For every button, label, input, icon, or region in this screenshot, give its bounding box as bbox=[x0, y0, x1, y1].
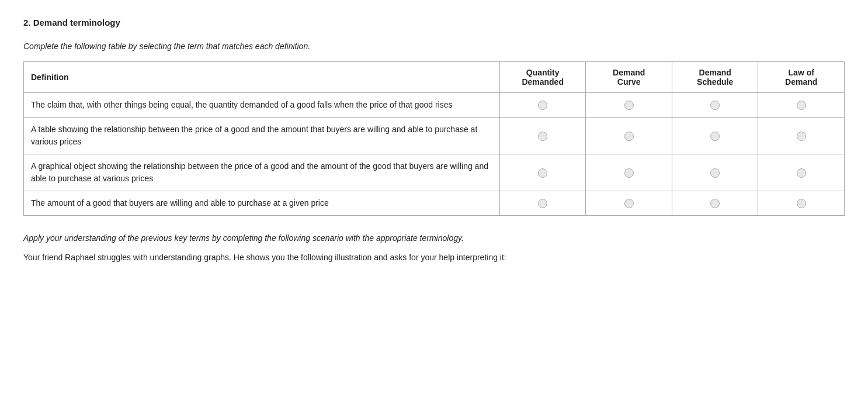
radio-button-row1-col3[interactable] bbox=[710, 101, 720, 110]
law-of-demand-header: Law of Demand bbox=[758, 62, 845, 93]
definition-cell-2: A table showing the relationship between… bbox=[24, 118, 500, 154]
radio-button-row3-col3[interactable] bbox=[710, 168, 720, 178]
definition-header: Definition bbox=[24, 62, 500, 93]
radio-button-row4-col1[interactable] bbox=[538, 199, 547, 208]
demand-curve-header: Demand Curve bbox=[586, 62, 672, 93]
radio-cell-row4-col1 bbox=[499, 191, 586, 216]
radio-button-row3-col2[interactable] bbox=[624, 168, 634, 178]
radio-button-row3-col1[interactable] bbox=[538, 168, 547, 178]
apply-instruction: Apply your understanding of the previous… bbox=[23, 233, 845, 243]
table-row: A table showing the relationship between… bbox=[24, 118, 845, 154]
section-title: 2. Demand terminology bbox=[23, 18, 845, 27]
radio-button-row1-col4[interactable] bbox=[797, 101, 806, 110]
quantity-demanded-header: Quantity Demanded bbox=[499, 62, 586, 93]
demand-terminology-table: Definition Quantity Demanded Demand Curv… bbox=[23, 61, 845, 216]
radio-button-row3-col4[interactable] bbox=[797, 168, 806, 178]
scenario-text: Your friend Raphael struggles with under… bbox=[23, 251, 845, 264]
table-row: A graphical object showing the relations… bbox=[24, 154, 845, 191]
radio-cell-row3-col2 bbox=[586, 154, 672, 191]
radio-cell-row4-col3 bbox=[672, 191, 758, 216]
radio-button-row4-col4[interactable] bbox=[797, 199, 806, 208]
definition-cell-4: The amount of a good that buyers are wil… bbox=[24, 191, 500, 216]
radio-cell-row2-col2 bbox=[586, 118, 672, 154]
radio-button-row4-col2[interactable] bbox=[624, 199, 634, 208]
radio-button-row1-col2[interactable] bbox=[624, 101, 634, 110]
radio-cell-row2-col4 bbox=[758, 118, 845, 154]
radio-cell-row3-col4 bbox=[758, 154, 845, 191]
radio-button-row4-col3[interactable] bbox=[710, 199, 720, 208]
radio-button-row2-col3[interactable] bbox=[710, 132, 720, 141]
table-row: The claim that, with other things being … bbox=[24, 93, 845, 118]
definition-cell-1: The claim that, with other things being … bbox=[24, 93, 500, 118]
radio-button-row2-col4[interactable] bbox=[797, 132, 806, 141]
demand-schedule-header: Demand Schedule bbox=[672, 62, 758, 93]
radio-cell-row3-col1 bbox=[499, 154, 586, 191]
radio-button-row2-col1[interactable] bbox=[538, 132, 547, 141]
radio-cell-row4-col4 bbox=[758, 191, 845, 216]
radio-cell-row1-col1 bbox=[499, 93, 586, 118]
radio-button-row2-col2[interactable] bbox=[624, 132, 634, 141]
radio-cell-row4-col2 bbox=[586, 191, 672, 216]
definition-cell-3: A graphical object showing the relations… bbox=[24, 154, 500, 191]
radio-cell-row2-col3 bbox=[672, 118, 758, 154]
radio-button-row1-col1[interactable] bbox=[538, 101, 547, 110]
table-row: The amount of a good that buyers are wil… bbox=[24, 191, 845, 216]
radio-cell-row1-col3 bbox=[672, 93, 758, 118]
radio-cell-row1-col2 bbox=[586, 93, 672, 118]
radio-cell-row2-col1 bbox=[499, 118, 586, 154]
radio-cell-row3-col3 bbox=[672, 154, 758, 191]
table-instruction: Complete the following table by selectin… bbox=[23, 42, 845, 51]
radio-cell-row1-col4 bbox=[758, 93, 845, 118]
